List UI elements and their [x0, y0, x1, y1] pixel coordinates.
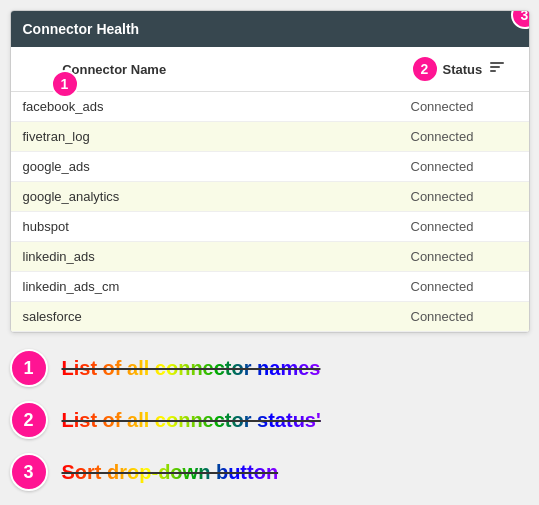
- annotation-text-3: Sort drop-down button: [62, 461, 279, 484]
- table-row: hubspotConnected: [11, 212, 529, 242]
- connector-name-cell: fivetran_log: [11, 122, 399, 152]
- annotation-row: 3Sort drop-down button: [10, 453, 530, 491]
- column-header-status: 2 Status: [399, 47, 529, 92]
- panel-title: Connector Health: [23, 21, 140, 37]
- connector-status-cell: Connected: [399, 92, 529, 122]
- connector-name-cell: hubspot: [11, 212, 399, 242]
- panel-header: Connector Health 3: [11, 11, 529, 47]
- badge-1-icon: 1: [51, 70, 79, 98]
- connector-status-cell: Connected: [399, 122, 529, 152]
- annotation-text-2: List of all connector status': [62, 409, 321, 432]
- connector-status-cell: Connected: [399, 182, 529, 212]
- table-row: google_analyticsConnected: [11, 182, 529, 212]
- connector-status-cell: Connected: [399, 152, 529, 182]
- connector-status-cell: Connected: [399, 302, 529, 332]
- table-container: 1 Connector Name 2 Status: [11, 47, 529, 332]
- svg-rect-1: [490, 66, 500, 68]
- sort-icon[interactable]: [490, 62, 504, 77]
- connector-health-panel: Connector Health 3 1 Connector Name 2 St…: [10, 10, 530, 333]
- table-row: salesforceConnected: [11, 302, 529, 332]
- annotation-badge-1: 1: [10, 349, 48, 387]
- annotation-badge-3: 3: [10, 453, 48, 491]
- annotation-row: 2List of all connector status': [10, 401, 530, 439]
- table-row: linkedin_ads_cmConnected: [11, 272, 529, 302]
- connector-name-cell: google_ads: [11, 152, 399, 182]
- table-row: google_adsConnected: [11, 152, 529, 182]
- table-row: fivetran_logConnected: [11, 122, 529, 152]
- connector-status-cell: Connected: [399, 212, 529, 242]
- annotation-badge-2: 2: [10, 401, 48, 439]
- connector-name-cell: linkedin_ads_cm: [11, 272, 399, 302]
- connector-table: 1 Connector Name 2 Status: [11, 47, 529, 332]
- connector-name-cell: linkedin_ads: [11, 242, 399, 272]
- table-header-row: 1 Connector Name 2 Status: [11, 47, 529, 92]
- connector-name-cell: google_analytics: [11, 182, 399, 212]
- table-row: facebook_adsConnected: [11, 92, 529, 122]
- column-header-name: 1 Connector Name: [11, 47, 399, 92]
- badge-3-icon: 3: [511, 10, 530, 29]
- table-row: linkedin_adsConnected: [11, 242, 529, 272]
- svg-rect-0: [490, 62, 504, 64]
- annotations-section: 1List of all connector names2List of all…: [10, 349, 530, 491]
- badge-2-icon: 2: [411, 55, 439, 83]
- svg-rect-2: [490, 70, 496, 72]
- connector-status-cell: Connected: [399, 242, 529, 272]
- annotation-row: 1List of all connector names: [10, 349, 530, 387]
- annotation-text-1: List of all connector names: [62, 357, 321, 380]
- table-body: facebook_adsConnectedfivetran_logConnect…: [11, 92, 529, 332]
- connector-status-cell: Connected: [399, 272, 529, 302]
- connector-name-cell: salesforce: [11, 302, 399, 332]
